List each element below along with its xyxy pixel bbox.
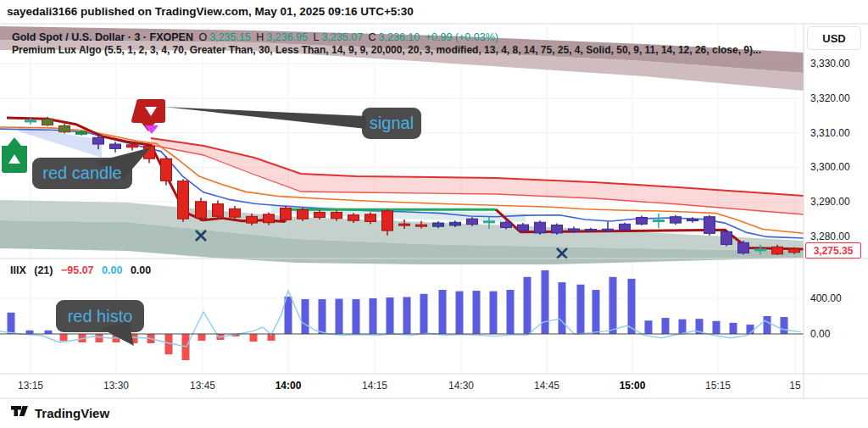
tradingview-snapshot: { "top_bar": {"text": "sayedali3166 publ… — [0, 0, 868, 428]
histogram-bar — [319, 299, 326, 334]
candle — [738, 242, 749, 253]
histogram-bar — [609, 277, 617, 334]
candle — [484, 221, 495, 223]
histogram-bar — [456, 292, 464, 334]
candle — [59, 125, 70, 131]
published-caption: sayedali3166 published on TradingView.co… — [7, 5, 414, 18]
candle — [213, 204, 224, 217]
histogram-bar — [8, 313, 15, 334]
close-label: C — [369, 31, 376, 43]
candle — [620, 224, 631, 230]
close-value: 3,236.10 — [379, 31, 420, 43]
oscillator-name[interactable]: IIIX — [10, 264, 26, 276]
candle — [755, 249, 766, 251]
price-axis-tick: 3,330.00 — [810, 58, 850, 69]
candle — [281, 208, 292, 220]
low-label: L — [313, 31, 319, 43]
candle — [569, 229, 580, 231]
candle — [93, 137, 104, 144]
candle — [298, 210, 309, 220]
annotation-red-histo[interactable]: red histo — [56, 300, 144, 332]
candle — [230, 208, 241, 217]
time-axis-tick: 14:15 — [362, 380, 387, 392]
tradingview-footer[interactable]: TradingView — [10, 405, 109, 420]
candle — [789, 249, 800, 253]
oscillator-value-3: 0.00 — [131, 264, 151, 276]
histogram-bar — [336, 299, 343, 334]
candle — [450, 222, 461, 225]
candle — [331, 212, 342, 218]
histogram-bar — [302, 299, 309, 334]
change-value: +0.99 (+0.03%) — [426, 31, 498, 43]
candle — [382, 211, 393, 231]
histogram-bar — [542, 270, 549, 334]
candle — [110, 144, 121, 148]
last-price-label: 3,275.35 — [805, 242, 861, 258]
candle — [603, 229, 614, 231]
time-axis-tick: 13:45 — [190, 380, 215, 392]
candle — [25, 120, 36, 122]
histogram-bar — [420, 294, 428, 334]
candle — [264, 214, 275, 223]
time-axis-tick: 13:15 — [18, 380, 43, 392]
time-axis-tick: 14:00 — [275, 380, 302, 392]
candle — [348, 215, 359, 221]
histogram-bar — [473, 291, 481, 334]
time-axis-tick: 14:30 — [448, 380, 474, 392]
currency-chip[interactable]: USD — [807, 26, 861, 50]
candle — [670, 217, 682, 223]
price-axis-tick: 3,290.00 — [810, 196, 850, 208]
annotation-signal[interactable]: signal — [362, 108, 421, 139]
open-value: 3,235.15 — [209, 31, 251, 43]
oscillator-axis-tick: 0.00 — [810, 328, 830, 340]
histogram-bar — [679, 320, 687, 334]
histogram-bar — [60, 334, 68, 341]
candle — [76, 132, 87, 134]
price-axis-tick: 3,280.00 — [810, 231, 850, 242]
oscillator-params: (21) — [34, 264, 53, 276]
candle — [552, 225, 563, 233]
histogram-bar — [507, 290, 515, 334]
histogram-bar — [387, 297, 394, 334]
candle — [687, 220, 698, 221]
high-label: H — [256, 31, 264, 43]
histogram-bar — [593, 290, 600, 334]
time-axis-tick: 15 — [789, 380, 800, 392]
candle — [501, 222, 512, 227]
price-axis-tick: 3,320.00 — [810, 92, 850, 104]
histogram-bar — [628, 279, 636, 334]
candle — [518, 225, 529, 231]
candle — [586, 229, 597, 231]
signal-callout — [164, 107, 366, 129]
annotation-red-candle[interactable]: red candle — [32, 158, 132, 189]
candle — [416, 225, 427, 226]
high-value: 3,236.95 — [266, 31, 308, 43]
time-axis-tick: 13:30 — [103, 380, 129, 392]
histogram-bar — [490, 292, 498, 334]
candle — [161, 158, 172, 181]
symbol-header: Gold Spot / U.S. Dollar · 3 · FXOPEN O3,… — [12, 31, 501, 43]
histogram-bar — [764, 316, 771, 334]
indicator-header[interactable]: Premium Lux Algo (5.5, 1, 2, 3, 4, 70, G… — [12, 44, 761, 56]
histogram-bar — [45, 331, 53, 334]
histogram-bar — [559, 282, 566, 334]
candle — [196, 202, 207, 219]
histogram-bar — [662, 318, 670, 334]
symbol-title[interactable]: Gold Spot / U.S. Dollar · 3 · FXOPEN — [12, 31, 193, 43]
price-axis-tick: 3,310.00 — [810, 127, 850, 139]
candle — [535, 222, 546, 233]
oscillator-value-2: 0.00 — [102, 264, 122, 276]
candle — [433, 223, 444, 226]
time-axis-tick: 15:00 — [620, 380, 646, 392]
histogram-bar — [577, 285, 585, 334]
candle — [467, 219, 478, 225]
tradingview-logo-icon — [10, 405, 29, 420]
histogram-bar — [645, 320, 653, 334]
histogram-bar — [713, 321, 721, 334]
histogram-bar — [439, 290, 447, 334]
histogram-bar — [26, 331, 34, 334]
tradingview-brand-text: TradingView — [35, 406, 109, 420]
candle — [637, 218, 648, 225]
chart-canvas[interactable] — [0, 0, 868, 428]
candle — [247, 216, 258, 223]
